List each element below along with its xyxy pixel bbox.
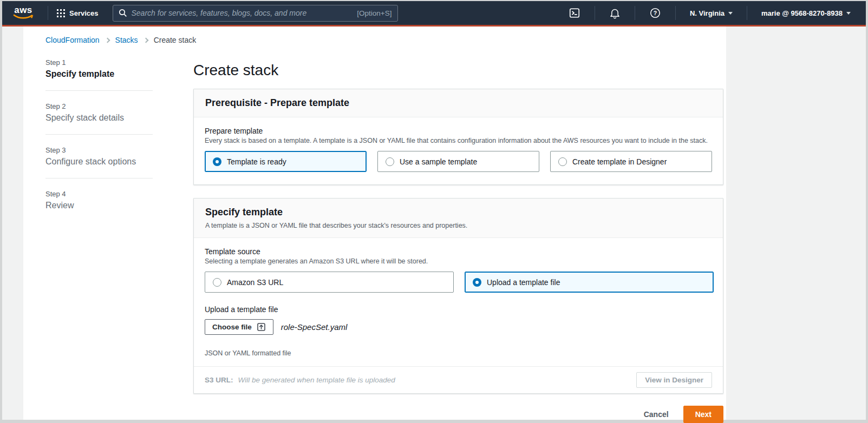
step-divider — [45, 178, 153, 179]
top-navigation-bar: aws Services [Option+S] — [2, 1, 866, 25]
chevron-down-icon — [728, 12, 733, 15]
region-selector[interactable]: N. Virginia — [682, 9, 740, 17]
page-background: CloudFormation Stacks Create stack Step … — [2, 27, 866, 420]
step-title: Specify stack details — [45, 113, 153, 123]
breadcrumb: CloudFormation Stacks Create stack — [45, 36, 726, 44]
step-divider — [45, 90, 153, 91]
s3-url-footer: S3 URL: Will be generated when template … — [194, 366, 723, 393]
step-number: Step 1 — [45, 58, 153, 67]
aws-logo[interactable]: aws — [13, 6, 34, 19]
upload-icon — [257, 322, 266, 332]
s3-url-value: Will be generated when template file is … — [238, 376, 395, 384]
step-item-configure-stack-options: Step 3 Configure stack options — [45, 146, 153, 167]
search-icon — [119, 9, 127, 17]
chevron-down-icon — [846, 12, 851, 15]
breadcrumb-link-stacks[interactable]: Stacks — [115, 36, 138, 44]
prerequisite-panel-body: Prepare template Every stack is based on… — [194, 117, 723, 184]
cloudshell-button[interactable] — [561, 7, 588, 19]
nav-divider — [747, 6, 747, 20]
services-label: Services — [69, 9, 99, 17]
global-search-input[interactable] — [132, 9, 357, 17]
prerequisite-panel-title: Prerequisite - Prepare template — [205, 97, 712, 109]
file-format-hint: JSON or YAML formatted file — [205, 349, 712, 357]
global-search[interactable]: [Option+S] — [113, 5, 398, 22]
notifications-button[interactable] — [602, 8, 628, 19]
wizard-steps-sidebar: Step 1 Specify template Step 2 Specify s… — [45, 58, 153, 423]
radio-card-amazon-s3-url[interactable]: Amazon S3 URL — [205, 272, 454, 293]
upload-template-file-label: Upload a template file — [205, 305, 712, 314]
step-number: Step 4 — [45, 190, 153, 198]
radio-card-upload-template-file[interactable]: Upload a template file — [465, 272, 714, 293]
svg-text:?: ? — [654, 10, 657, 16]
radio-card-create-template-in-designer[interactable]: Create template in Designer — [550, 151, 712, 172]
step-number: Step 3 — [45, 146, 153, 154]
specify-template-title: Specify template — [205, 207, 712, 218]
step-title: Specify template — [45, 69, 153, 79]
radio-selected-icon — [473, 278, 481, 287]
help-question-icon: ? — [649, 7, 661, 19]
step-divider — [45, 134, 153, 135]
step-title: Configure stack options — [45, 157, 153, 167]
radio-unselected-icon — [213, 278, 221, 287]
template-source-label: Template source — [205, 247, 712, 256]
radio-card-template-is-ready[interactable]: Template is ready — [205, 151, 367, 172]
radio-card-use-sample-template[interactable]: Use a sample template — [377, 151, 539, 172]
breadcrumb-current: Create stack — [154, 36, 197, 44]
nav-divider — [635, 6, 635, 20]
step-title: Review — [45, 201, 153, 210]
choose-file-row: Choose file role-SpecSet.yaml — [205, 319, 712, 335]
radio-unselected-icon — [558, 157, 567, 166]
specify-template-description: A template is a JSON or YAML file that d… — [205, 222, 712, 229]
template-source-description: Selecting a template generates an Amazon… — [205, 257, 712, 265]
services-grid-icon — [57, 9, 65, 17]
breadcrumb-chevron-icon — [143, 38, 148, 43]
search-shortcut-hint: [Option+S] — [357, 9, 391, 17]
nav-divider — [595, 6, 595, 20]
prepare-template-description: Every stack is based on a template. A te… — [205, 137, 712, 144]
step-number: Step 2 — [45, 102, 153, 110]
prepare-template-options: Template is ready Use a sample template … — [205, 151, 712, 172]
prepare-template-label: Prepare template — [205, 127, 712, 135]
account-label: marie @ 9568-8270-8938 — [761, 9, 843, 17]
breadcrumb-link-cloudformation[interactable]: CloudFormation — [45, 36, 100, 44]
nav-divider — [48, 6, 48, 20]
specify-template-body: Template source Selecting a template gen… — [194, 238, 723, 357]
wizard-actions: Cancel Next — [193, 406, 723, 423]
account-menu[interactable]: marie @ 9568-8270-8938 — [754, 9, 858, 17]
radio-unselected-icon — [386, 157, 394, 166]
view-in-designer-button[interactable]: View in Designer — [636, 372, 712, 388]
aws-console-window: aws Services [Option+S] — [0, 0, 868, 423]
cancel-button[interactable]: Cancel — [644, 410, 669, 419]
radio-selected-icon — [213, 157, 221, 166]
wizard-content-area: CloudFormation Stacks Create stack Step … — [23, 27, 726, 420]
next-button[interactable]: Next — [683, 406, 723, 423]
step-item-specify-stack-details: Step 2 Specify stack details — [45, 102, 153, 123]
template-source-options: Amazon S3 URL Upload a template file — [205, 272, 712, 293]
services-menu-button[interactable]: Services — [55, 9, 101, 17]
aws-smile-swoosh-icon — [13, 14, 34, 19]
help-button[interactable]: ? — [642, 7, 669, 19]
prerequisite-panel-header: Prerequisite - Prepare template — [194, 89, 723, 117]
specify-template-panel-header: Specify template A template is a JSON or… — [194, 199, 723, 238]
nav-right-group: ? N. Virginia marie @ 9568-8270-8938 — [561, 6, 858, 20]
main-content: Create stack Prerequisite - Prepare temp… — [193, 58, 723, 423]
page-title: Create stack — [193, 62, 723, 79]
s3-url-label: S3 URL: — [205, 376, 233, 384]
breadcrumb-chevron-icon — [105, 38, 110, 43]
region-label: N. Virginia — [690, 9, 725, 17]
uploaded-file-name: role-SpecSet.yaml — [281, 322, 348, 332]
prerequisite-panel: Prerequisite - Prepare template Prepare … — [193, 89, 723, 185]
specify-template-panel: Specify template A template is a JSON or… — [193, 198, 723, 394]
nav-divider — [675, 6, 676, 20]
step-item-review: Step 4 Review — [45, 190, 153, 210]
step-item-specify-template: Step 1 Specify template — [45, 58, 153, 79]
aws-logo-text: aws — [14, 6, 32, 14]
bell-icon — [609, 8, 621, 19]
choose-file-button[interactable]: Choose file — [205, 319, 273, 335]
cloudshell-terminal-icon — [569, 7, 580, 19]
